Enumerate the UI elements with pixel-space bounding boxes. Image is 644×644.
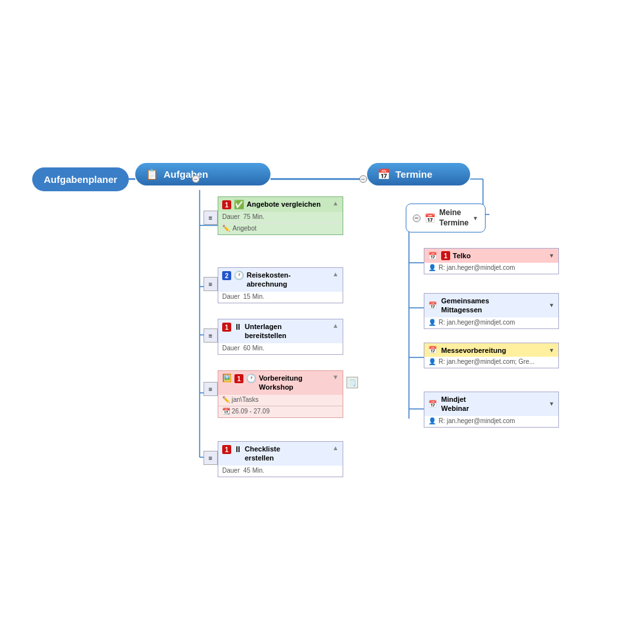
meine-termine-collapse[interactable]: − (413, 214, 421, 222)
task-1-tag: ✏️Angebot (218, 223, 343, 234)
appt-1-arrow[interactable]: ▼ (549, 252, 554, 259)
meine-termine-label: MeineTermine (439, 208, 469, 228)
appt-4-title: MindjetWebinar (441, 395, 469, 413)
task-4-title: VorbereitungWorkshop (259, 374, 330, 392)
appt-2-attendee: 👤 R: jan.heger@mindjet.com (424, 317, 558, 328)
termine-branch[interactable]: 📅 Termine (367, 163, 470, 185)
appt-4-attendee: 👤 R: jan.heger@mindjet.com (424, 416, 558, 427)
task-card-5: 1 ⏸ Checklisteerstellen ▲ Dauer 45 Min. (218, 441, 343, 477)
priority-2: 2 (222, 271, 231, 280)
expand-2[interactable]: ▲ (332, 270, 339, 278)
status-pause-5: ⏸ (234, 444, 242, 454)
appt-1-attendee: 👤 R: jan.heger@mindjet.com (424, 263, 558, 274)
appt-3-cal-icon: 📅 (428, 346, 437, 354)
root-node[interactable]: Aufgabenplaner (32, 167, 129, 191)
task-4-tag1: ✏️ jan\Tasks (218, 395, 343, 406)
termine-label: Termine (395, 169, 432, 180)
appt-3-title: Messevorbereitung (441, 346, 506, 354)
expand-4[interactable]: ▼ (332, 374, 339, 381)
aufgaben-icon: 📋 (146, 168, 158, 180)
appt-card-3: 📅 Messevorbereitung ▼ 👤 R: jan.heger@min… (424, 343, 559, 368)
expand-1[interactable]: ▲ (332, 200, 339, 207)
task-card-4: 🖼️ 1 🕐 VorbereitungWorkshop ▼ ✏️ jan\Tas… (218, 370, 343, 418)
task-4-tag2: 📆 26.09 - 27.09 (218, 406, 343, 417)
aufgaben-collapse-btn[interactable]: − (192, 175, 200, 183)
priority-1: 1 (222, 200, 231, 209)
appt-2-cal-icon: 📅 (428, 301, 437, 310)
task-5-title: Checklisteerstellen (245, 444, 330, 463)
status-clock-2: 🕐 (234, 270, 244, 280)
task-1-dauer: Dauer 75 Min. (218, 212, 343, 223)
termine-collapse-btn[interactable]: − (359, 175, 367, 183)
task-1-title: Angebote vergleichen (247, 200, 330, 209)
task-3-title: Unterlagenbereitstellen (245, 322, 330, 341)
task-4-list-icon: ≡ (204, 382, 218, 396)
status-clock-4: 🕐 (246, 374, 256, 383)
appt-1-cal-icon: 📅 (428, 252, 437, 260)
aufgaben-branch[interactable]: 📋 Aufgaben (135, 163, 270, 185)
appt-3-arrow[interactable]: ▼ (549, 347, 554, 354)
appt-2-arrow[interactable]: ▼ (549, 302, 554, 308)
status-check: ✅ (234, 200, 244, 209)
meine-termine-node[interactable]: − 📅 MeineTermine ▼ (406, 204, 486, 232)
appt-2-title: GemeinsamesMittagessen (441, 296, 489, 315)
appt-1-priority: 1 (441, 251, 450, 260)
task-5-dauer: Dauer 45 Min. (218, 466, 343, 477)
appt-card-1: 📅 1 Telko ▼ 👤 R: jan.heger@mindjet.com (424, 248, 559, 274)
expand-3[interactable]: ▲ (332, 322, 339, 329)
task-card-3: 1 ⏸ Unterlagenbereitstellen ▲ Dauer 60 M… (218, 319, 343, 355)
task-5-list-icon: ≡ (204, 451, 218, 465)
priority-5: 1 (222, 445, 231, 454)
expand-5[interactable]: ▲ (332, 444, 339, 451)
termine-icon: 📅 (377, 168, 390, 180)
priority-3: 1 (222, 323, 231, 332)
task-4-extra-icon: 🗒️ (346, 377, 358, 388)
task-2-list-icon: ≡ (204, 277, 218, 291)
appt-1-title: Telko (453, 252, 471, 260)
meine-termine-arrow[interactable]: ▼ (473, 215, 478, 222)
priority-4: 1 (234, 374, 243, 383)
appt-card-2: 📅 GemeinsamesMittagessen ▼ 👤 R: jan.hege… (424, 293, 559, 329)
appt-4-cal-icon: 📅 (428, 400, 437, 408)
task-1-list-icon: ≡ (204, 211, 218, 225)
root-label: Aufgabenplaner (44, 174, 117, 185)
appt-4-arrow[interactable]: ▼ (549, 401, 554, 407)
meine-termine-icon: 📅 (424, 213, 435, 223)
task-2-title: Reisekosten-abrechnung (247, 270, 330, 289)
task-3-list-icon: ≡ (204, 328, 218, 343)
aufgaben-label: Aufgaben (164, 169, 208, 180)
task-card-1: 1 ✅ Angebote vergleichen ▲ Dauer 75 Min.… (218, 196, 343, 235)
task-card-2: 2 🕐 Reisekosten-abrechnung ▲ Dauer 15 Mi… (218, 267, 343, 303)
task-3-dauer: Dauer 60 Min. (218, 343, 343, 354)
status-pause-3: ⏸ (234, 322, 242, 332)
task-2-dauer: Dauer 15 Min. (218, 292, 343, 303)
appt-3-attendee: 👤 R: jan.heger@mindjet.com; Gre... (424, 357, 558, 368)
appt-card-4: 📅 MindjetWebinar ▼ 👤 R: jan.heger@mindje… (424, 392, 559, 428)
